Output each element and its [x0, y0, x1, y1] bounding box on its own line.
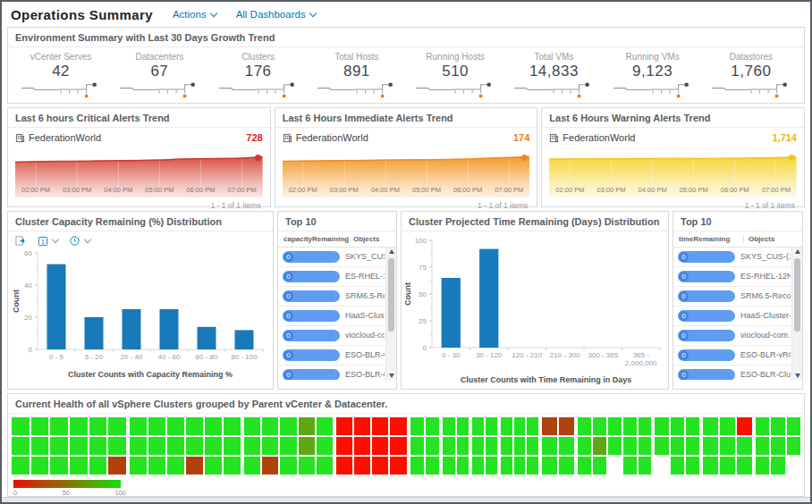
- heatmap-cell[interactable]: [443, 437, 455, 455]
- heatmap-cell[interactable]: [224, 417, 241, 435]
- column-header-objects[interactable]: Objects: [353, 235, 379, 243]
- heatmap-cell[interactable]: [756, 417, 769, 435]
- heatmap-cell[interactable]: [354, 457, 370, 475]
- heatmap-cell[interactable]: [372, 437, 388, 455]
- heatmap-cell[interactable]: [787, 437, 800, 455]
- heatmap-cell[interactable]: [671, 437, 684, 455]
- table-row[interactable]: 0 SKYS_CUS-(10…: [673, 248, 791, 267]
- heatmap-cell[interactable]: [542, 417, 557, 435]
- export-icon[interactable]: [15, 235, 27, 247]
- heatmap-cell[interactable]: [720, 457, 735, 475]
- heatmap-cell[interactable]: [443, 417, 455, 435]
- object-name[interactable]: SRM6.5-Recov…: [740, 291, 791, 300]
- heatmap-cell[interactable]: [167, 457, 184, 475]
- heatmap-cell[interactable]: [280, 417, 296, 435]
- heatmap-cell[interactable]: [262, 457, 278, 475]
- alert-trend-chart[interactable]: 02:00 PM03:00 PM04:00 PM05:00 PM06:00 PM…: [15, 147, 263, 197]
- kpi-card[interactable]: Running Hosts 510: [406, 52, 504, 99]
- heatmap-cell[interactable]: [130, 437, 147, 455]
- heatmap-cell[interactable]: [108, 437, 126, 455]
- heatmap-cell[interactable]: [262, 437, 278, 455]
- heatmap-cell[interactable]: [390, 417, 406, 435]
- heatmap-cell[interactable]: [410, 437, 424, 455]
- object-name[interactable]: SRM6.5-Recov…: [345, 291, 385, 300]
- kpi-card[interactable]: Total Hosts 891: [308, 52, 406, 99]
- heatmap-cell[interactable]: [354, 417, 370, 435]
- heatmap-cell[interactable]: [70, 457, 88, 475]
- heatmap-cell[interactable]: [336, 437, 352, 455]
- heatmap-cell[interactable]: [426, 437, 439, 455]
- heatmap-cell[interactable]: [108, 457, 126, 475]
- heatmap-cell[interactable]: [390, 437, 406, 455]
- heatmap-cell[interactable]: [737, 457, 752, 475]
- heatmap-cell[interactable]: [317, 417, 333, 435]
- heatmap-cell[interactable]: [89, 457, 107, 475]
- heatmap-cell[interactable]: [317, 457, 333, 475]
- heatmap-cell[interactable]: [244, 437, 260, 455]
- heatmap-cell[interactable]: [108, 417, 126, 435]
- heatmap-cell[interactable]: [486, 417, 497, 435]
- heatmap-cell[interactable]: [737, 417, 752, 435]
- table-row[interactable]: 0 HaaS-Cluster-…: [673, 307, 791, 326]
- heatmap-cell[interactable]: [720, 437, 735, 455]
- column-header-objects[interactable]: Objects: [749, 235, 774, 243]
- heatmap-cell[interactable]: [224, 457, 241, 475]
- heatmap-cell[interactable]: [639, 417, 652, 435]
- heatmap-cell[interactable]: [244, 417, 260, 435]
- kpi-card[interactable]: Datacenters 67: [110, 52, 208, 99]
- heatmap-cell[interactable]: [70, 437, 88, 455]
- heatmap-cell[interactable]: [686, 457, 699, 475]
- federation-object-link[interactable]: FederationWorld: [283, 132, 368, 143]
- heatmap-cell[interactable]: [224, 437, 241, 455]
- heatmap-cell[interactable]: [130, 417, 147, 435]
- heatmap-cell[interactable]: [486, 437, 497, 455]
- heatmap-cell[interactable]: [608, 417, 622, 435]
- heatmap-cell[interactable]: [299, 417, 315, 435]
- heatmap-cell[interactable]: [639, 457, 652, 475]
- heatmap-cell[interactable]: [31, 437, 49, 455]
- date-interval-control[interactable]: 1: [38, 235, 58, 247]
- heatmap-cell[interactable]: [426, 457, 439, 475]
- heatmap-cell[interactable]: [559, 457, 574, 475]
- heatmap-cell[interactable]: [639, 437, 652, 455]
- time-remaining-bar-chart[interactable]: 02550751000 - 3030 - 120120 - 210210 - 3…: [402, 231, 668, 387]
- scroll-up-icon[interactable]: [795, 249, 800, 254]
- scrollbar-thumb[interactable]: [794, 258, 800, 332]
- heatmap-cell[interactable]: [148, 437, 165, 455]
- heatmap-cell[interactable]: [457, 417, 469, 435]
- heatmap-cell[interactable]: [542, 437, 557, 455]
- object-name[interactable]: ESO-BLR-vRC…: [345, 350, 385, 359]
- heatmap-cell[interactable]: [703, 437, 718, 455]
- object-name[interactable]: SKYS_CUS-(10…: [345, 252, 385, 261]
- kpi-card[interactable]: vCenter Serves 42: [12, 52, 110, 99]
- heatmap-cell[interactable]: [372, 417, 388, 435]
- heatmap-cell[interactable]: [299, 437, 315, 455]
- object-name[interactable]: HaaS-Cluster-…: [740, 311, 791, 320]
- object-name[interactable]: viocloud-com…: [345, 331, 385, 340]
- kpi-card[interactable]: Datastores 1,760: [702, 52, 800, 99]
- heatmap-cell[interactable]: [50, 437, 68, 455]
- heatmap-cell[interactable]: [390, 457, 406, 475]
- heatmap-cell[interactable]: [686, 417, 699, 435]
- heatmap-cell[interactable]: [593, 417, 606, 435]
- heatmap-cell[interactable]: [472, 417, 484, 435]
- table-row[interactable]: 0 SRM6.5-Recov…: [278, 287, 385, 307]
- object-name[interactable]: ESO-BLR-Clus…: [345, 370, 385, 379]
- heatmap-cell[interactable]: [410, 417, 424, 435]
- heatmap-cell[interactable]: [299, 457, 315, 475]
- heatmap-cell[interactable]: [372, 457, 388, 475]
- object-name[interactable]: ESO-BLR-Clus…: [740, 370, 791, 379]
- heatmap-cell[interactable]: [426, 417, 439, 435]
- heatmap-cell[interactable]: [608, 457, 622, 475]
- heatmap-cell[interactable]: [720, 417, 735, 435]
- heatmap-cell[interactable]: [578, 417, 591, 435]
- heatmap-cell[interactable]: [559, 417, 574, 435]
- table-row[interactable]: 0 ESO-BLR-vRC…: [278, 346, 385, 365]
- heatmap-cell[interactable]: [186, 457, 203, 475]
- heatmap-cell[interactable]: [167, 437, 184, 455]
- heatmap-cell[interactable]: [12, 437, 30, 455]
- heatmap-cell[interactable]: [50, 457, 68, 475]
- heatmap-cell[interactable]: [130, 457, 147, 475]
- heatmap-cell[interactable]: [771, 457, 784, 475]
- heatmap-cell[interactable]: [472, 437, 484, 455]
